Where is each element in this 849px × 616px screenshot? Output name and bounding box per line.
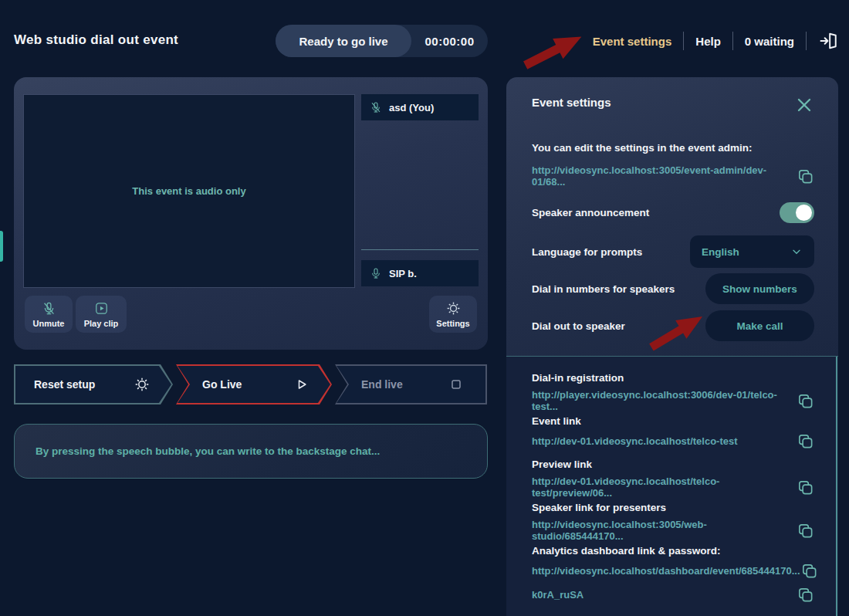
link-url[interactable]: http://dev-01.videosync.localhost/telco-…: [532, 435, 738, 447]
chat-hint: By pressing the speech bubble, you can w…: [36, 445, 380, 457]
dashboard-password: k0rA_ruSA: [532, 589, 583, 601]
panel-title: Event settings: [532, 96, 611, 109]
link-url[interactable]: http://dev-01.videosync.localhost/telco-…: [532, 476, 797, 499]
link-label: Dial-in registration: [532, 372, 814, 384]
copy-icon[interactable]: [797, 522, 814, 540]
link-label: Speaker link for presenters: [532, 502, 814, 513]
make-call-button[interactable]: Make call: [705, 310, 814, 341]
live-status-label: Ready to go live: [276, 25, 411, 57]
participant-divider: [361, 249, 479, 250]
copy-icon[interactable]: [797, 586, 814, 604]
link-label: Event link: [532, 415, 814, 427]
dial-out-label: Dial out to speaker: [532, 320, 625, 332]
nav-divider: [732, 32, 733, 50]
participant-tile-self[interactable]: asd (You): [361, 94, 479, 120]
end-live-label: End live: [361, 378, 403, 391]
language-prompts-label: Language for prompts: [532, 246, 642, 258]
panel-top-section: Event settings You can edit the settings…: [506, 77, 838, 357]
toggle-knob: [796, 205, 812, 221]
participant-name: SIP b.: [389, 268, 417, 279]
link-url[interactable]: http://videosync.localhost/dashboard/eve…: [532, 565, 800, 577]
mic-icon: [370, 267, 382, 279]
nav-divider: [806, 32, 807, 50]
nav-help[interactable]: Help: [695, 35, 721, 48]
stage-panel: This event is audio only asd (You) SIP b…: [14, 77, 488, 350]
link-url[interactable]: http://player.videosync.localhost:3006/d…: [532, 389, 797, 412]
language-value: English: [702, 246, 739, 258]
speaker-announcement-toggle[interactable]: [780, 202, 814, 223]
end-live-button[interactable]: End live: [335, 364, 487, 404]
top-nav: Event settings Help 0 waiting: [593, 28, 838, 54]
live-timer: 00:00:00: [411, 35, 488, 48]
play-clip-label: Play clip: [84, 319, 119, 328]
sidebar-handle[interactable]: [0, 231, 3, 262]
stop-icon: [448, 377, 464, 392]
go-live-label: Go Live: [202, 378, 242, 391]
language-select[interactable]: English: [690, 235, 814, 268]
nav-divider: [683, 32, 684, 50]
speaker-announcement-label: Speaker announcement: [532, 207, 649, 218]
link-label: Preview link: [532, 459, 814, 470]
play-clip-icon: [94, 301, 109, 316]
dashboard-password-row: k0rA_ruSA: [532, 586, 814, 604]
nav-event-settings[interactable]: Event settings: [593, 35, 672, 48]
settings-label: Settings: [436, 319, 469, 328]
chevron-down-icon: [790, 245, 803, 258]
logout-door-icon[interactable]: [818, 31, 838, 51]
nav-waiting-count[interactable]: 0 waiting: [745, 35, 794, 48]
unmute-label: Unmute: [33, 319, 65, 328]
copy-icon[interactable]: [797, 168, 814, 185]
link-group-preview-link: Preview link http://dev-01.videosync.loc…: [532, 459, 814, 499]
mic-muted-icon: [42, 301, 56, 316]
link-url[interactable]: http://videosync.localhost:3005/web-stud…: [532, 519, 797, 542]
play-icon: [293, 377, 309, 392]
annotation-arrow-event-settings: [519, 24, 587, 77]
go-live-button[interactable]: Go Live: [176, 364, 332, 404]
participant-tile-sip[interactable]: SIP b.: [361, 260, 479, 286]
link-group-analytics-dashboard: Analytics dashboard link & password: htt…: [532, 545, 814, 580]
participant-name: asd (You): [389, 102, 434, 113]
link-label: Analytics dashboard link & password:: [532, 545, 814, 557]
copy-icon[interactable]: [797, 479, 814, 496]
link-group-event-link: Event link http://dev-01.videosync.local…: [532, 415, 814, 450]
stage-settings-button[interactable]: Settings: [429, 296, 477, 333]
copy-icon[interactable]: [800, 562, 818, 580]
unmute-button[interactable]: Unmute: [25, 296, 73, 333]
panel-links-section: Dial-in registration http://player.video…: [506, 357, 838, 616]
panel-scrollbar[interactable]: [836, 357, 837, 616]
copy-icon[interactable]: [797, 392, 814, 410]
mic-muted-icon: [370, 101, 382, 113]
reset-setup-button[interactable]: Reset setup: [14, 364, 173, 404]
live-status-pill: Ready to go live 00:00:00: [276, 25, 488, 57]
link-group-dial-in-registration: Dial-in registration http://player.video…: [532, 372, 814, 412]
video-preview: This event is audio only: [23, 94, 355, 288]
gear-icon: [446, 301, 461, 316]
show-numbers-button[interactable]: Show numbers: [705, 273, 814, 304]
dial-in-numbers-label: Dial in numbers for speakers: [532, 283, 675, 295]
audio-only-message: This event is audio only: [132, 185, 245, 197]
gear-icon: [134, 377, 150, 392]
reset-setup-label: Reset setup: [34, 378, 95, 391]
close-icon[interactable]: [795, 96, 813, 114]
play-clip-button[interactable]: Play clip: [76, 296, 127, 333]
admin-link[interactable]: http://videosync.localhost:3005/event-ad…: [532, 164, 797, 188]
link-group-speaker-link: Speaker link for presenters http://video…: [532, 502, 814, 542]
admin-hint: You can edit the settings in the event a…: [532, 142, 753, 154]
copy-icon[interactable]: [797, 432, 814, 450]
page-title: Web studio dial out event: [14, 32, 178, 48]
backstage-chat-box[interactable]: By pressing the speech bubble, you can w…: [14, 424, 488, 479]
